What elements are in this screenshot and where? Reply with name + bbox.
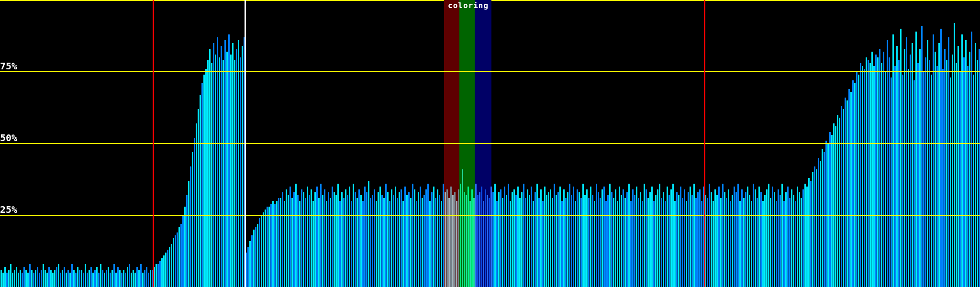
coloring-legend-label: coloring xyxy=(448,1,489,10)
usage-histogram-screen: 75% 50% 25% coloring xyxy=(0,0,980,287)
y-axis-label-75: 75% xyxy=(0,61,17,71)
y-axis-label-50: 50% xyxy=(0,133,17,143)
histogram-canvas xyxy=(0,0,980,287)
y-axis-label-25: 25% xyxy=(0,205,17,214)
